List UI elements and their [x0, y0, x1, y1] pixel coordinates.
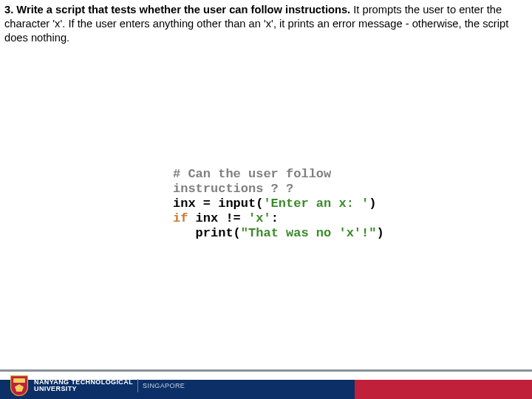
code-l5b: "That was no 'x'!" — [241, 226, 377, 240]
crest-icon — [10, 375, 28, 396]
code-comment-1: # Can the user follow — [173, 167, 331, 181]
code-l3a: inx = input( — [173, 197, 263, 211]
footer-diagonal — [355, 380, 371, 399]
question-bold: 3. Write a script that tests whether the… — [4, 4, 350, 16]
university-logo: NANYANG TECHNOLOGICAL UNIVERSITY SINGAPO… — [10, 375, 185, 396]
slide: 3. Write a script that tests whether the… — [0, 0, 532, 399]
code-l3c: ) — [369, 197, 376, 211]
code-comment-2: instructions ? ? — [173, 182, 293, 196]
code-l4c: 'x' — [248, 211, 271, 225]
footer-divider — [137, 379, 138, 392]
code-l4d: : — [271, 211, 279, 225]
university-line2: UNIVERSITY — [34, 386, 133, 392]
code-l5a: print( — [173, 226, 241, 240]
university-name: NANYANG TECHNOLOGICAL UNIVERSITY — [34, 379, 133, 392]
code-l3b: 'Enter an x: ' — [263, 197, 369, 211]
code-l4b: inx != — [188, 211, 248, 225]
university-text: NANYANG TECHNOLOGICAL UNIVERSITY SINGAPO… — [34, 379, 185, 392]
code-l5c: ) — [376, 226, 383, 240]
code-block: # Can the user follow instructions ? ? i… — [173, 167, 384, 241]
university-country: SINGAPORE — [143, 382, 185, 389]
footer-top-rule — [0, 369, 532, 372]
footer-band-red — [355, 380, 532, 399]
footer: NANYANG TECHNOLOGICAL UNIVERSITY SINGAPO… — [0, 369, 532, 399]
question-text: 3. Write a script that tests whether the… — [4, 3, 526, 44]
code-if-kw: if — [173, 211, 188, 225]
